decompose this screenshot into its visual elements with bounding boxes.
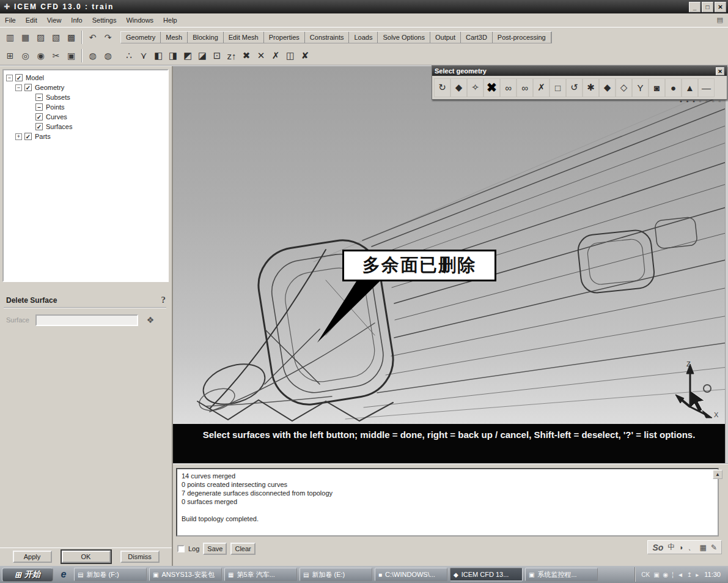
- tree-item-curves[interactable]: ✓ Curves: [5, 112, 166, 122]
- tab-post-processing[interactable]: Post-processing: [493, 32, 551, 43]
- tab-blocking[interactable]: Blocking: [188, 32, 224, 43]
- checkbox-icon[interactable]: ✓: [24, 133, 32, 140]
- ok-button[interactable]: OK: [62, 551, 111, 563]
- tray-shield-icon[interactable]: ▣: [653, 571, 659, 578]
- close-icon[interactable]: ✕: [716, 67, 724, 75]
- undo-icon[interactable]: ↶: [85, 30, 100, 45]
- checkbox-icon[interactable]: ✓: [15, 74, 23, 81]
- start-button[interactable]: ⊞ 开始: [2, 568, 53, 582]
- select-bodies-mode-icon[interactable]: ●: [665, 78, 682, 97]
- filter-curves-icon[interactable]: ◇: [616, 78, 632, 97]
- tree-item-surfaces[interactable]: ✓ Surfaces: [5, 122, 166, 132]
- log-save-button[interactable]: Save: [203, 543, 227, 555]
- surface-input[interactable]: [35, 314, 138, 326]
- surface-picker-icon[interactable]: ❖: [143, 313, 158, 327]
- ime-toolbox-icon[interactable]: ✎: [711, 543, 717, 552]
- cancel-selection-icon[interactable]: ✖: [483, 78, 500, 97]
- tab-edit-mesh[interactable]: Edit Mesh: [224, 32, 264, 43]
- window-layout-icon[interactable]: ⊞: [2, 48, 18, 63]
- menu-view[interactable]: View: [47, 17, 62, 24]
- checkbox-icon[interactable]: –: [35, 94, 43, 101]
- create-body-icon[interactable]: ◨: [166, 48, 180, 63]
- taskbar-item-document[interactable]: ▦ 第5章 汽车...: [224, 568, 297, 581]
- examine-icon[interactable]: ◉: [33, 48, 48, 63]
- taskbar-item-icem[interactable]: ◆ ICEM CFD 13...: [450, 568, 523, 581]
- checkbox-icon[interactable]: ✓: [35, 123, 43, 130]
- ime-shape-mode-icon[interactable]: ◗: [679, 543, 683, 552]
- tab-properties[interactable]: Properties: [264, 32, 305, 43]
- modify-surface-icon[interactable]: ◪: [195, 48, 210, 63]
- filter-points-icon[interactable]: ◆: [599, 78, 616, 97]
- expander-icon[interactable]: −: [6, 75, 13, 81]
- measure-icon[interactable]: ✂: [48, 48, 64, 63]
- redo-icon[interactable]: ↷: [100, 30, 116, 45]
- help-icon[interactable]: ?: [161, 295, 166, 305]
- copy-display-icon[interactable]: ▩: [64, 30, 79, 45]
- deselect-all-icon[interactable]: ✗: [533, 78, 550, 97]
- log-checkbox[interactable]: [177, 545, 185, 552]
- select-parts-mode-icon[interactable]: ▲: [682, 78, 698, 97]
- tree-item-parts[interactable]: + ✓ Parts: [5, 132, 166, 141]
- close-button[interactable]: ✕: [715, 2, 726, 12]
- apply-button[interactable]: Apply: [13, 551, 52, 563]
- tree-item-model[interactable]: − ✓ Model: [5, 73, 166, 83]
- tab-cart3d[interactable]: Cart3D: [461, 32, 493, 43]
- checkbox-icon[interactable]: –: [35, 103, 43, 111]
- snapshot-icon[interactable]: ▣: [64, 48, 79, 63]
- dismiss-button[interactable]: Dismiss: [120, 551, 160, 563]
- expander-icon[interactable]: +: [15, 133, 22, 140]
- tray-ime-icon[interactable]: CK: [641, 571, 650, 578]
- menu-help[interactable]: Help: [163, 17, 177, 24]
- delete-curve-icon[interactable]: ✕: [254, 48, 268, 63]
- menu-file[interactable]: File: [5, 17, 16, 24]
- model-tree[interactable]: − ✓ Model − ✓ Geometry – Subsets – Point…: [2, 69, 169, 282]
- create-surface-icon[interactable]: ◧: [151, 48, 166, 63]
- tray-update-icon[interactable]: ↥: [687, 571, 692, 578]
- tab-loads[interactable]: Loads: [349, 32, 378, 43]
- ime-chinese-mode-icon[interactable]: 中: [667, 542, 675, 552]
- filter-surfaces-icon[interactable]: Υ: [632, 78, 649, 97]
- menu-settings[interactable]: Settings: [92, 17, 117, 24]
- taskbar-item-ansys-folder[interactable]: ▣ ANSYS13-安装包: [149, 568, 222, 581]
- tree-item-points[interactable]: – Points: [5, 102, 166, 112]
- tray-volume-icon[interactable]: ◉: [663, 571, 669, 578]
- flood-select-icon[interactable]: ✱: [583, 78, 599, 97]
- checkbox-icon[interactable]: ✓: [35, 113, 43, 121]
- create-point-icon[interactable]: ∴: [122, 48, 136, 63]
- box-select-icon[interactable]: □: [550, 78, 566, 97]
- save-icon[interactable]: ▦: [18, 30, 33, 45]
- maximize-button[interactable]: □: [702, 2, 713, 12]
- tray-antivirus-icon[interactable]: ◄: [677, 571, 683, 578]
- menu-windows[interactable]: Windows: [126, 17, 153, 24]
- restore-dormant-icon[interactable]: z↑: [224, 48, 239, 63]
- taskbar-item-drive-e[interactable]: ▤ 新加卷 (E:): [300, 568, 372, 581]
- screen-capture-icon[interactable]: ▧: [48, 30, 64, 45]
- taskbar-item-monitor[interactable]: ▣ 系统监控程...: [525, 568, 598, 581]
- taskbar-item-drive-f[interactable]: ▤ 新加卷 (F:): [74, 568, 147, 581]
- minimize-button[interactable]: _: [689, 2, 700, 12]
- tray-network-icon[interactable]: ¦: [672, 571, 674, 578]
- circle-select-icon[interactable]: ↺: [566, 78, 583, 97]
- ime-punctuation-icon[interactable]: 、: [688, 542, 696, 552]
- polygon-select-icon[interactable]: ✧: [467, 78, 483, 97]
- tree-item-subsets[interactable]: – Subsets: [5, 92, 166, 102]
- select-geometry-titlebar[interactable]: Select geometry ✕: [432, 66, 727, 76]
- menu-info[interactable]: Info: [71, 17, 82, 24]
- tree-item-geometry[interactable]: − ✓ Geometry: [5, 83, 166, 92]
- graphics-viewport[interactable]: 多余面已删除 ▪ ▪ ▪ ▫ ▫ ▫ ▫ Z X Select surfaces…: [173, 66, 728, 463]
- quick-launch-ie-icon[interactable]: e: [56, 568, 72, 581]
- ime-softkeyboard-icon[interactable]: ▦: [700, 543, 707, 552]
- delete-any-icon[interactable]: ✘: [298, 48, 312, 63]
- tab-geometry[interactable]: Geometry: [121, 32, 161, 43]
- tab-mesh[interactable]: Mesh: [161, 32, 188, 43]
- select-all-icon[interactable]: ∞: [517, 78, 533, 97]
- pick-parts-icon[interactable]: ◆: [450, 78, 467, 97]
- transform-geometry-icon[interactable]: ⊡: [210, 48, 224, 63]
- create-faceted-icon[interactable]: ◩: [180, 48, 195, 63]
- viewport-scrollbar[interactable]: [725, 66, 728, 463]
- tab-output[interactable]: Output: [430, 32, 461, 43]
- print-setup-icon[interactable]: ▨: [33, 30, 48, 45]
- tray-eject-icon[interactable]: ▸: [696, 571, 699, 578]
- zoom-view-icon[interactable]: ◎: [18, 48, 33, 63]
- expander-icon[interactable]: −: [15, 84, 22, 91]
